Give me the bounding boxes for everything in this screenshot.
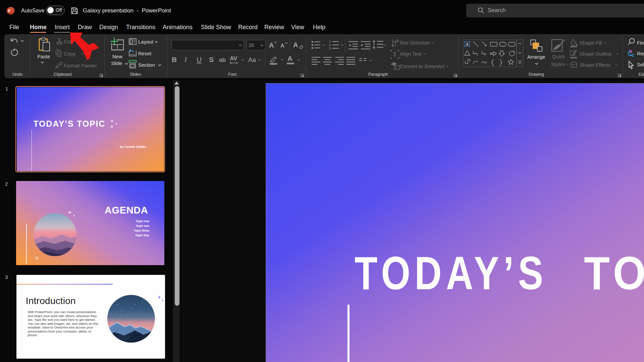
svg-text:1: 1 [329,40,331,43]
svg-text:P: P [8,9,11,13]
svg-text:3: 3 [329,47,331,50]
svg-text:2: 2 [329,43,331,47]
svg-text:A: A [466,42,469,46]
svg-text:A: A [396,39,399,43]
